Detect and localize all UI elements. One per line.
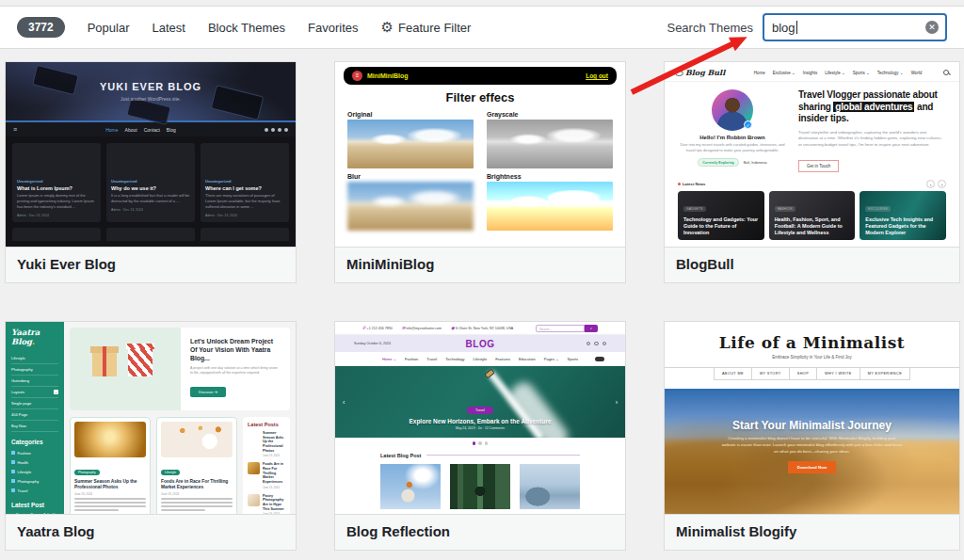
news-card: Gadgets Technology and Gadgets: Your Gui… [678,191,764,240]
headline-highlight: global adventures [833,102,914,112]
post-card: Photography Summer Season Asks Up the Pr… [70,417,151,514]
news-title: Exclusive Tech Insights and Featured Gad… [865,216,940,236]
instagram-icon [278,128,281,132]
news-title: Technology and Gadgets: Your Guide to th… [683,216,759,236]
site-tagline: Just another WordPress site. [6,96,296,102]
sidebar: Yaatra Blog. Lifestyle Photography Guten… [6,322,64,514]
theme-preview-blog-reflection[interactable]: ✆ +1 212 456 7890 ✉ info@mycoolname.com … [335,322,625,514]
mail-icon: ✉ [402,326,406,330]
latest-post-item: Summer Season Asks Up the Professional P… [248,431,285,457]
filter-label: Blur [347,173,474,180]
filter-link[interactable]: Favorites [308,21,358,35]
post-tag: Photography [74,470,100,475]
post-category: Uncategorized [111,179,190,184]
hero-title: Explore New Horizons, Embark on the Adve… [335,418,625,424]
theme-name: BlogBull [676,256,948,272]
sidebar-menu: Lifestyle Photography Gutenberg Layouts+… [11,353,58,432]
theme-card-blogbull[interactable]: Blog Bull HomeExclusive ⌄InsightsLifesty… [664,61,960,283]
site-title: YUKI EVER BLOG [6,81,296,92]
site-brand: MiniMiniBlog [367,72,581,79]
theme-name: Blog Reflection [346,523,614,539]
theme-name: Yaatra Blog [17,523,284,539]
nav-item: MY STORY [752,367,790,380]
sidebar-post-item: Summer Season Asks Up the Professional P… [11,511,58,514]
theme-card-blog-reflection[interactable]: ✆ +1 212 456 7890 ✉ info@mycoolname.com … [334,321,626,551]
post-title: What is Lorem Ipsum? [17,185,96,191]
search-themes-input[interactable]: blog ✕ [763,13,947,41]
search-themes-label: Search Themes [667,21,753,35]
post-excerpt: There are many variations of passages of… [205,193,284,210]
nav-item: Exclusive ⌄ [773,71,795,75]
news-card-row: Gadgets Technology and Gadgets: Your Gui… [665,191,959,240]
post-title: Pastry Photography Are in Hype This Summ… [263,494,285,512]
filter-link[interactable]: Block Themes [208,21,285,35]
post-date: June 19, 2024 [263,512,285,514]
nav-item: MY EXPERIENCE [860,367,910,380]
nav-item: Home ⌄ [382,357,396,361]
author-bio: Dive into my recent travels with curated… [678,142,787,153]
theme-card-yuki-ever-blog[interactable]: YUKI EVER BLOG Just another WordPress si… [5,61,297,283]
theme-name: MiniMiniBlog [346,256,614,272]
mini-search: Search... ⌕ [536,325,598,332]
nav-item: Home [105,127,118,133]
theme-preview-blogbull[interactable]: Blog Bull HomeExclusive ⌄InsightsLifesty… [665,62,959,247]
instagram-icon [602,342,607,346]
photo-original [347,120,474,168]
x-icon [271,128,275,132]
theme-count-badge: 3772 [17,17,65,38]
blog-post-thumbnails [380,464,580,509]
latest-posts-widget: Latest Posts Summer Season Asks Up the P… [243,417,290,514]
post-meta: Admin · Dec 13, 2024 [17,214,96,217]
clear-search-icon[interactable]: ✕ [925,21,939,34]
nav-menu: Home About Contact Blog [17,127,265,133]
phone-icon: ✆ [362,326,366,330]
site-brand: Yaatra Blog. [11,328,58,346]
section-divider [426,455,580,456]
page-heading: Filter effecs [344,90,617,104]
brand-accent-dot: . [32,337,35,346]
post-card: Uncategorized Where can I get some? Ther… [201,143,289,222]
dark-mode-toggle [595,357,604,361]
post-category: Uncategorized [17,179,96,184]
hero-category-badge: Travel [467,407,493,414]
verified-badge-icon: ✓ [744,120,752,129]
hero-text: Creating a minimalist blog doesn't have … [720,436,903,455]
nav-item: Technology ⌄ [877,71,904,75]
theme-preview-yaatra-blog[interactable]: Yaatra Blog. Lifestyle Photography Guten… [6,322,296,514]
menu-item: Lifestyle [11,353,58,364]
theme-preview-minimalist-blogify[interactable]: Life of a Minimalist Embrace Simplicity … [665,322,959,514]
theme-preview-yuki-ever-blog[interactable]: YUKI EVER BLOG Just another WordPress si… [6,62,296,247]
nav-item: Education [519,357,536,361]
photo-blur [347,182,474,231]
post-date: June 19, 2024 [74,492,146,496]
latest-news-label: Latest News [678,182,926,186]
post-image [74,422,146,457]
categories-heading: Categories [11,439,58,445]
hero-description: Travel storyteller and videographer, cap… [798,130,946,149]
pin-icon: ◉ [451,326,455,330]
filter-link[interactable]: Latest [153,21,185,35]
category-list: FashionHealthLifestylePhotographyTravel [11,448,58,495]
theme-preview-miniminiblog[interactable]: ≡ MiniMiniBlog Log out Filter effecs Ori… [335,62,625,247]
email-text: info@mycoolname.com [406,327,442,330]
theme-card-footer: Minimalist Blogify [665,514,959,550]
theme-card-miniminiblog[interactable]: ≡ MiniMiniBlog Log out Filter effecs Ori… [334,61,626,283]
hero-image-gift-boxes [70,328,181,410]
feature-filter-button[interactable]: ⚙ Feature Filter [381,19,472,36]
social-icons [265,128,288,132]
filter-label: Brightness [487,173,613,180]
post-card-partial [12,228,101,241]
post-title: Summer Season Asks Up the Professional P… [263,431,285,453]
filter-link[interactable]: Popular [88,21,130,35]
site-header-image: YUKI EVER BLOG Just another WordPress si… [6,62,296,120]
text-line [161,498,233,500]
nav-menu: HomeExclusive ⌄InsightsLifestyle ⌄Sports… [738,71,938,75]
theme-card-footer: BlogBull [665,247,959,282]
theme-card-yaatra-blog[interactable]: Yaatra Blog. Lifestyle Photography Guten… [5,321,297,551]
post-title: Foods Are in Race For Thrilling Market E… [161,479,233,490]
sidebar-post-list: Summer Season Asks Up the Professional P… [11,511,58,514]
news-title: Health, Fashion, Sport, and Football: A … [775,216,850,236]
nav-menu: ABOUT MEMY STORYSHOPWHY I WRITEMY EXPERI… [714,367,910,380]
theme-card-minimalist-blogify[interactable]: Life of a Minimalist Embrace Simplicity … [664,321,960,551]
post-date: June 19, 2024 [161,492,233,496]
